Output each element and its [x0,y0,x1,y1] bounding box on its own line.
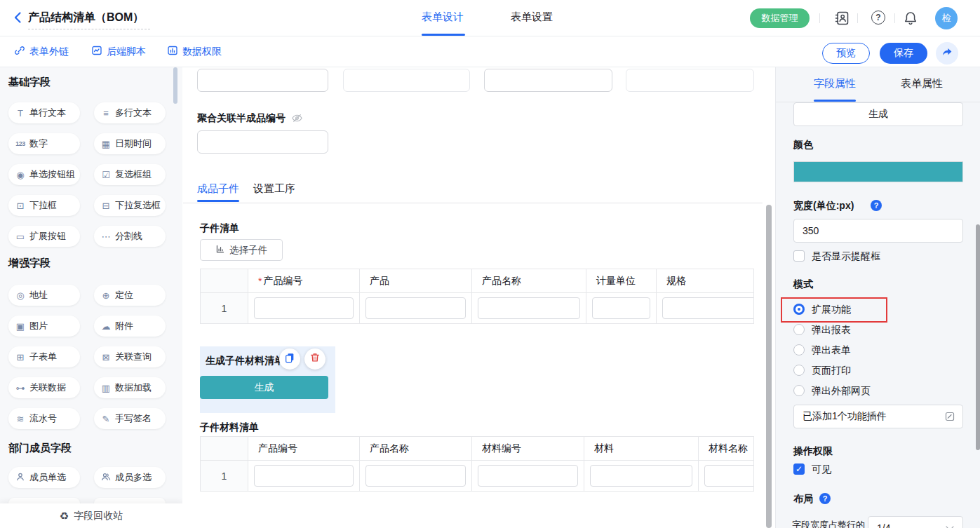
radio-label-popup-form[interactable]: 弹出表单 [812,344,851,357]
visible-checkbox-label[interactable]: 可见 [812,463,831,476]
field-item-member-multi[interactable]: 成员多选 [94,467,166,488]
column-header: 产品名称 [472,269,586,293]
tab-form-settings[interactable]: 表单设置 [511,11,553,24]
tab-process-setup[interactable]: 设置工序 [253,182,295,196]
layout-label: 布局 [793,493,813,506]
chevron-down-icon [946,522,953,528]
table-cell-input[interactable] [478,465,578,487]
table-cell-input[interactable] [254,465,354,487]
field-item-signature[interactable]: ✎手写签名 [94,408,166,429]
width-input[interactable] [793,219,963,243]
button-text-preview[interactable]: 生成 [793,102,963,126]
radio-extension-function[interactable] [793,304,805,315]
copy-field-button[interactable] [279,348,300,370]
field-item-multi-line-text[interactable]: ≡多行文本 [94,102,166,123]
visible-checkbox[interactable]: ✓ [793,463,805,475]
table-cell-input[interactable] [478,297,580,319]
layout-help-icon[interactable]: ? [819,493,831,504]
tab-field-properties[interactable]: 字段属性 [814,77,856,90]
delete-field-button[interactable] [304,348,325,370]
field-item-radio-group[interactable]: ◉单选按钮组 [8,164,80,185]
field-recycle-bin[interactable]: ♻ 字段回收站 [0,503,182,528]
table-cell-input[interactable] [365,297,466,319]
table-cell-input[interactable] [365,465,466,487]
radio-page-print[interactable] [793,365,805,376]
field-item-location[interactable]: ⊕定位 [94,285,166,306]
edit-pencil-icon[interactable] [944,411,962,422]
contacts-icon[interactable] [834,11,850,26]
field-item-subform[interactable]: ⊞子表单 [8,346,80,367]
share-button[interactable] [936,42,958,65]
field-item-divider-line[interactable]: ⋯分割线 [94,226,166,247]
radio-popup-report[interactable] [793,324,805,335]
data-manage-button[interactable]: 数据管理 [750,8,810,28]
field-item-data-load[interactable]: ▥数据加载 [94,377,166,398]
reminder-checkbox[interactable] [793,250,805,262]
field-item-single-line-text[interactable]: T单行文本 [8,102,80,123]
column-header: *产品编号 [248,269,360,293]
back-icon[interactable] [11,11,25,25]
divider-line-icon: ⋯ [101,231,111,242]
backend-script-link[interactable]: 后端脚本 [91,45,146,58]
address-pin-icon: ◎ [15,290,25,301]
field-library-sidebar: 基础字段 T单行文本 ≡多行文本 123数字 ▦日期时间 ◉单选按钮组 ☑复选框… [0,67,182,528]
preview-button[interactable]: 预览 [822,43,870,64]
field-item-linked-query[interactable]: ⊠关联查询 [94,346,166,367]
tab-finished-subitems[interactable]: 成品子件 [197,182,239,196]
column-header: 产品名称 [360,437,472,461]
width-help-icon[interactable]: ? [871,200,882,211]
plugin-box[interactable]: 已添加1个功能插件 [793,405,963,428]
field-item-dropdown-multi[interactable]: ⊟下拉复选框 [94,195,166,216]
generate-button[interactable]: 生成 [200,376,328,399]
canvas-scrollbar[interactable] [766,205,772,528]
field-item-attachment[interactable]: ☁附件 [94,316,166,337]
form-field-input[interactable] [484,69,612,92]
radio-popup-external-page[interactable] [793,385,805,396]
radio-label-popup-external-page[interactable]: 弹出外部网页 [812,385,871,398]
form-field-input[interactable] [626,69,754,92]
table-cell-input[interactable] [592,297,650,319]
field-item-checkbox-group[interactable]: ☑复选框组 [94,164,166,185]
field-item-image[interactable]: ▣图片 [8,316,80,337]
eye-off-icon[interactable] [291,112,303,127]
reminder-checkbox-label[interactable]: 是否显示提醒框 [812,250,880,263]
avatar[interactable]: 检 [935,7,958,29]
field-item-partial[interactable] [94,498,166,503]
data-permission-link[interactable]: 数据权限 [167,45,222,58]
select-subitem-button[interactable]: 选择子件 [200,239,283,261]
table-cell-input[interactable] [254,297,354,319]
field-item-dropdown[interactable]: ⊡下拉框 [8,195,80,216]
radio-label-extension-function[interactable]: 扩展功能 [812,304,851,316]
field-item-linked-data[interactable]: ⊶关联数据 [8,377,80,398]
radio-label-popup-report[interactable]: 弹出报表 [812,324,851,337]
bell-icon[interactable] [903,11,918,26]
tab-form-properties[interactable]: 表单属性 [901,77,943,90]
form-field-input[interactable] [197,69,328,92]
field-item-number[interactable]: 123数字 [8,133,80,154]
field-item-datetime[interactable]: ▦日期时间 [94,133,166,154]
sidebar-scrollbar[interactable] [173,67,177,104]
save-button[interactable]: 保存 [880,43,927,64]
aggregate-field-input[interactable] [197,130,328,154]
radio-label-page-print[interactable]: 页面打印 [812,365,851,377]
table-cell [248,461,360,491]
field-item-partial[interactable] [8,498,80,503]
layout-width-select[interactable]: 1/4 [868,516,963,528]
help-icon[interactable]: ? [871,11,885,25]
table-cell-input[interactable] [704,465,754,487]
field-item-address[interactable]: ◎地址 [8,285,80,306]
column-header: 材料 [584,437,699,461]
panel-scrollbar[interactable] [976,224,980,450]
table-cell-input[interactable] [590,465,692,487]
field-item-member-single[interactable]: 成员单选 [8,467,80,488]
form-external-link[interactable]: 表单外链 [14,45,69,58]
field-item-extension-button[interactable]: ▭扩展按钮 [8,226,80,247]
radio-popup-form[interactable] [793,344,805,356]
tab-form-design[interactable]: 表单设计 [422,11,464,24]
page-title[interactable]: 产品结构清单（BOM） [28,11,144,25]
field-item-serial-number[interactable]: ≋流水号 [8,408,80,429]
people-icon [101,472,111,484]
form-field-input[interactable] [343,69,470,92]
color-swatch[interactable] [793,161,963,182]
table-cell-input[interactable] [662,297,754,319]
